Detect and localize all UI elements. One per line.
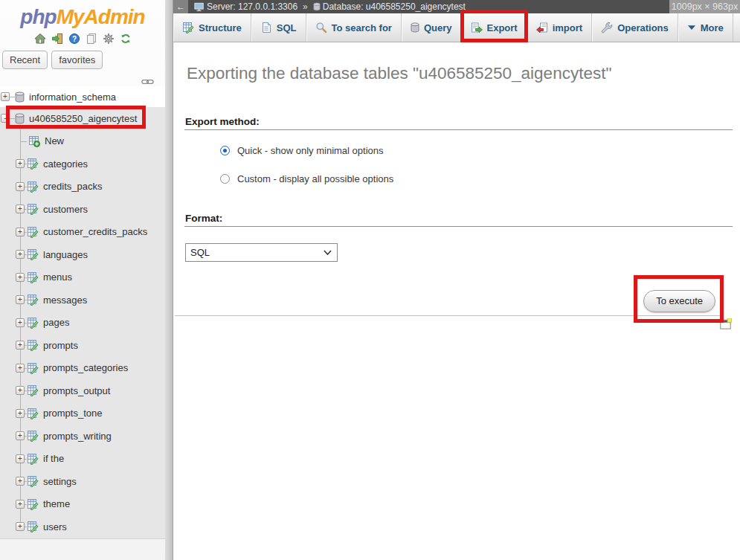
tree-item-table[interactable]: +users: [0, 515, 165, 538]
favorites-button[interactable]: favorites: [51, 51, 103, 69]
option-quick[interactable]: Quick - show only minimal options: [220, 145, 733, 156]
tree-item-table[interactable]: +prompts_output: [0, 379, 165, 402]
tab-sql[interactable]: SQL: [251, 13, 306, 42]
tree-item-label[interactable]: users: [43, 521, 67, 532]
tab-structure[interactable]: Structure: [173, 13, 251, 42]
table-icon: [182, 22, 194, 33]
tree-item-table[interactable]: +settings: [0, 470, 165, 493]
panel-resize-handle[interactable]: [165, 0, 173, 560]
tree-item-table[interactable]: +credits_packs: [0, 176, 165, 199]
docs-icon[interactable]: [86, 33, 97, 45]
refresh-icon[interactable]: [120, 33, 132, 45]
expand-icon[interactable]: +: [16, 182, 25, 191]
expand-icon[interactable]: +: [16, 295, 25, 304]
tree-item-table[interactable]: +if the: [0, 448, 165, 471]
execute-button[interactable]: To execute: [643, 290, 715, 312]
tree-item-label[interactable]: categories: [43, 158, 88, 170]
expand-icon[interactable]: +: [16, 409, 25, 418]
tree-item-label[interactable]: prompts: [43, 340, 78, 351]
phpmyadmin-logo[interactable]: phpMyAdmin: [0, 0, 165, 29]
format-fieldset: Format: SQL: [184, 213, 733, 262]
expand-icon[interactable]: +: [16, 522, 25, 531]
expand-icon[interactable]: +: [16, 159, 25, 168]
tree-item-label[interactable]: pages: [43, 317, 69, 328]
nav-quick-access: Recent favorites: [0, 45, 165, 69]
tree-item-label[interactable]: u406585250_aigencytest: [29, 113, 137, 124]
logout-icon[interactable]: [51, 33, 63, 45]
collapse-icon[interactable]: -: [1, 114, 10, 123]
tree-item-database-u406585250-aigencytest[interactable]: - u406585250_aigencytest: [0, 107, 165, 129]
tab-import[interactable]: import: [527, 13, 592, 42]
tree-item-table[interactable]: +prompts_tone: [0, 402, 165, 425]
tab-label: Operations: [617, 22, 669, 33]
expand-icon[interactable]: +: [16, 454, 25, 463]
tree-item-table[interactable]: +prompts: [0, 334, 165, 357]
server-breadcrumb[interactable]: Server: 127.0.0.1:3306: [207, 1, 297, 12]
quick-radio[interactable]: [220, 146, 230, 155]
settings-gear-icon[interactable]: [103, 33, 115, 45]
tree-item-table[interactable]: +categories: [0, 152, 165, 176]
expand-icon[interactable]: +: [16, 431, 25, 440]
tree-item-table[interactable]: +pages: [0, 312, 165, 335]
collapse-nav-arrow[interactable]: ←: [173, 0, 188, 13]
expand-icon[interactable]: +: [16, 500, 25, 509]
home-icon[interactable]: [34, 33, 46, 45]
expand-icon[interactable]: +: [16, 205, 25, 213]
quick-option-label[interactable]: Quick - show only minimal options: [237, 145, 384, 156]
tree-item-label[interactable]: messages: [43, 295, 87, 306]
expand-icon[interactable]: +: [16, 250, 25, 259]
tree-item-label[interactable]: New: [45, 135, 64, 147]
custom-radio[interactable]: [220, 174, 230, 184]
tab-export[interactable]: Export: [462, 13, 527, 42]
expand-icon[interactable]: +: [16, 341, 25, 350]
tab-more[interactable]: More: [678, 13, 733, 42]
expand-icon[interactable]: +: [16, 386, 25, 395]
help-icon[interactable]: [68, 33, 80, 45]
expand-icon[interactable]: +: [1, 92, 10, 101]
tree-item-table[interactable]: +prompts_categories: [0, 357, 165, 380]
new-window-icon[interactable]: [720, 318, 732, 329]
table-icon: [27, 453, 39, 465]
option-custom[interactable]: Custom - display all possible options: [220, 173, 733, 184]
tree-item-table[interactable]: +messages: [0, 289, 165, 312]
custom-option-label[interactable]: Custom - display all possible options: [237, 173, 393, 184]
tree-item-new-table[interactable]: New: [0, 129, 165, 152]
tree-item-table[interactable]: +customer_credits_packs: [0, 221, 165, 244]
tree-item-label[interactable]: credits_packs: [43, 181, 102, 192]
tree-item-information-schema[interactable]: + information_schema: [0, 86, 165, 107]
tab-search[interactable]: To search for: [306, 13, 402, 42]
tree-item-label[interactable]: prompts_output: [43, 385, 110, 396]
tree-item-label[interactable]: languages: [43, 249, 88, 260]
tree-item-label[interactable]: customer_credits_packs: [43, 226, 147, 237]
database-icon: [15, 113, 25, 124]
expand-icon[interactable]: +: [16, 318, 25, 327]
tree-item-label[interactable]: theme: [43, 498, 70, 509]
expand-icon[interactable]: +: [16, 228, 25, 236]
tree-item-label[interactable]: if the: [43, 453, 64, 464]
expand-icon[interactable]: +: [16, 477, 25, 486]
recent-button[interactable]: Recent: [2, 51, 48, 69]
tree-item-label[interactable]: information_schema: [29, 91, 116, 103]
tree-item-label[interactable]: prompts_categories: [43, 362, 128, 373]
database-icon: [411, 22, 419, 33]
tree-item-table[interactable]: +theme: [0, 493, 165, 516]
tree-item-label[interactable]: prompts_tone: [43, 408, 103, 419]
tab-query[interactable]: Query: [402, 13, 462, 42]
database-breadcrumb[interactable]: Database: u406585250_aigencytest: [323, 1, 466, 12]
tree-item-label[interactable]: prompts_writing: [43, 431, 112, 442]
tree-item-table[interactable]: +customers: [0, 198, 165, 221]
tree-item-label[interactable]: customers: [43, 204, 88, 215]
export-method-label: Export method:: [184, 116, 733, 130]
expand-icon[interactable]: +: [16, 273, 25, 282]
tree-item-label[interactable]: menus: [43, 271, 72, 283]
tree-item-table[interactable]: +prompts_writing: [0, 425, 165, 448]
tree-item-table[interactable]: +languages: [0, 243, 165, 266]
tree-item-label[interactable]: settings: [43, 476, 77, 487]
screen-size-badge: 1009px × 963px: [669, 0, 740, 13]
link-icon[interactable]: [141, 78, 154, 86]
main-panel: ← Server: 127.0.0.1:3306 » Database: u40…: [173, 0, 740, 560]
tab-operations[interactable]: Operations: [592, 13, 678, 42]
expand-icon[interactable]: +: [16, 364, 25, 373]
format-select[interactable]: SQL: [185, 243, 338, 262]
tree-item-table[interactable]: +menus: [0, 266, 165, 289]
